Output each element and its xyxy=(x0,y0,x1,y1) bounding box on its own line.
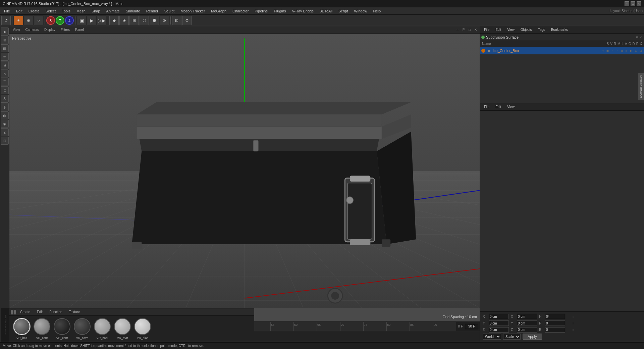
subdiv-icon-edit[interactable]: ✏ xyxy=(636,35,639,39)
material-vr-cove[interactable]: VR_cove xyxy=(74,318,91,335)
menu-script[interactable]: Script xyxy=(336,8,351,14)
tool-checker[interactable]: ⊞ xyxy=(1,36,9,44)
point-mode-button[interactable]: ⊙ xyxy=(160,16,169,25)
rotate-tool-button[interactable]: ○ xyxy=(34,16,43,25)
material-vr-hadi[interactable]: VR_hadi xyxy=(94,318,111,335)
menu-animate[interactable]: Animate xyxy=(104,8,122,14)
menu-edit[interactable]: Edit xyxy=(13,8,25,14)
obj-icon-5[interactable]: ⊠ xyxy=(620,49,624,53)
menu-plugins[interactable]: Plugins xyxy=(271,8,288,14)
menu-simulate[interactable]: Simulate xyxy=(123,8,143,14)
y-axis-button[interactable]: Y xyxy=(56,16,64,25)
coord-p-input[interactable] xyxy=(545,320,565,326)
coord-b-input[interactable] xyxy=(545,327,565,333)
menu-sculpt[interactable]: Sculpt xyxy=(162,8,177,14)
tool-object[interactable]: ◆ xyxy=(1,28,9,36)
viewport-tab-filters[interactable]: Filters xyxy=(59,27,72,32)
menu-mesh[interactable]: Mesh xyxy=(74,8,88,14)
z-axis-button[interactable]: Z xyxy=(65,16,74,25)
tool-spline[interactable]: ⌒ xyxy=(1,78,9,86)
material-vr-plas[interactable]: VR_plas xyxy=(134,318,151,335)
render-active-view-button[interactable]: ▶ xyxy=(87,16,96,25)
viewport-tab-cameras[interactable]: Cameras xyxy=(23,27,41,32)
coord-x-input[interactable] xyxy=(489,314,509,319)
coord-h-input[interactable] xyxy=(545,314,565,319)
move-tool-button[interactable]: ✦ xyxy=(14,16,23,25)
polygon-mode-button[interactable]: ⬡ xyxy=(140,16,149,25)
viewport-tab-display[interactable]: Display xyxy=(42,27,57,32)
apply-button[interactable]: Apply xyxy=(523,334,542,340)
obj-icon-4[interactable]: ▫ xyxy=(615,49,619,53)
om-file[interactable]: File xyxy=(481,27,492,32)
menu-pipeline[interactable]: Pipeline xyxy=(252,8,270,14)
attribute-browser-tab[interactable]: Attribute Browser xyxy=(638,73,644,100)
viewport-icon-close[interactable]: ✕ xyxy=(473,27,478,33)
mat-tab-edit[interactable]: Edit xyxy=(34,309,45,314)
obj-icon-9[interactable]: ⊟ xyxy=(639,49,643,53)
coord-z-input[interactable] xyxy=(489,327,509,333)
tool-material[interactable]: ◐ xyxy=(1,111,9,119)
model-mode-button[interactable]: ◆ xyxy=(109,16,119,25)
obj-icon-2[interactable]: ▣ xyxy=(606,49,610,53)
scale-tool-button[interactable]: ⊕ xyxy=(24,16,33,25)
viewport-tab-view[interactable]: View xyxy=(11,27,22,32)
menu-file[interactable]: File xyxy=(1,8,13,14)
menu-help[interactable]: Help xyxy=(371,8,384,14)
tool-python[interactable]: ⊡ xyxy=(1,137,9,145)
undo-button[interactable]: ↺ xyxy=(1,16,11,25)
om-objects[interactable]: Objects xyxy=(518,27,535,32)
material-vr-bolt[interactable]: VR_bolt xyxy=(13,318,30,335)
render-all-views-button[interactable]: ▷▶ xyxy=(97,16,106,25)
texture-mode-button[interactable]: ◈ xyxy=(119,16,129,25)
menu-select[interactable]: Select xyxy=(43,8,59,14)
viewport-3d[interactable]: X Y Z Perspective Grid Spacing : 10 cm xyxy=(9,34,480,321)
tool-light[interactable]: $ xyxy=(1,103,9,111)
minimize-button[interactable]: − xyxy=(625,1,629,6)
mat-tab-create[interactable]: Create xyxy=(17,309,33,314)
obj-icon-8[interactable]: ⊞ xyxy=(634,49,638,53)
object-row-ice-cooler[interactable]: ◼ Ice_Cooler_Box ● ▣ ▪ ▫ ⊠ ▷ ▶ ⊞ ⊟ xyxy=(480,47,644,54)
menu-vray-bridge[interactable]: V-Ray Bridge xyxy=(289,8,317,14)
coord-y-input[interactable] xyxy=(489,320,509,326)
bm-view[interactable]: View xyxy=(504,104,517,109)
menu-window[interactable]: Window xyxy=(351,8,370,14)
bm-file[interactable]: File xyxy=(481,104,492,109)
render-region-button[interactable]: ▣ xyxy=(77,16,86,25)
timeline-end-frame[interactable]: 90 F xyxy=(465,324,478,329)
uv-edit-button[interactable]: ⊞ xyxy=(129,16,139,25)
settings-button[interactable]: ⚙ xyxy=(182,16,192,25)
tool-camera[interactable]: S xyxy=(1,95,9,103)
obj-icon-6[interactable]: ▷ xyxy=(625,49,629,53)
bm-edit[interactable]: Edit xyxy=(493,104,504,109)
menu-create[interactable]: Create xyxy=(26,8,42,14)
menu-render[interactable]: Render xyxy=(144,8,161,14)
viewport-icon-cam[interactable]: P xyxy=(461,27,466,33)
material-vr-mat[interactable]: VR_mat xyxy=(114,318,131,335)
subdiv-icon-check[interactable]: ✓ xyxy=(640,35,643,39)
menu-tools[interactable]: Tools xyxy=(59,8,73,14)
menu-character[interactable]: Character xyxy=(230,8,251,14)
viewport-icon-fullscreen[interactable]: □ xyxy=(467,27,472,33)
obj-icon-1[interactable]: ● xyxy=(601,49,605,53)
menu-mograph[interactable]: MoGraph xyxy=(208,8,229,14)
coord-scale-select[interactable]: Scale Size xyxy=(503,334,521,340)
tool-curve[interactable]: ∿ xyxy=(1,69,9,78)
coord-mid-y-input[interactable] xyxy=(517,320,537,326)
menu-motion-tracker[interactable]: Motion Tracker xyxy=(178,8,208,14)
om-bookmarks[interactable]: Bookmarks xyxy=(548,27,571,32)
tool-deform[interactable]: ⊑ xyxy=(1,86,9,94)
viewport-tab-panel[interactable]: Panel xyxy=(73,27,86,32)
close-button[interactable]: ✕ xyxy=(637,1,641,6)
om-view[interactable]: View xyxy=(504,27,517,32)
obj-icon-3[interactable]: ▪ xyxy=(610,49,614,53)
maximize-button[interactable]: □ xyxy=(631,1,635,6)
obj-icon-7[interactable]: ▶ xyxy=(629,49,633,53)
python-button[interactable]: ⊡ xyxy=(172,16,181,25)
material-vr-cont1[interactable]: VR_cont xyxy=(34,318,50,335)
tool-bone[interactable]: ⊻ xyxy=(1,128,9,136)
x-axis-button[interactable]: X xyxy=(46,16,55,25)
coord-mid-x-input[interactable] xyxy=(517,314,537,319)
material-vr-cont2[interactable]: VR_cont xyxy=(54,318,70,335)
coord-mid-z-input[interactable] xyxy=(517,327,537,333)
coord-world-select[interactable]: World Local Object xyxy=(483,334,501,340)
